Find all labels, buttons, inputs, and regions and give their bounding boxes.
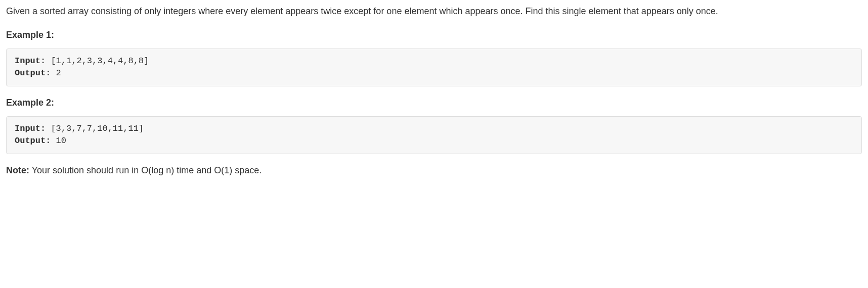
note-label: Note: <box>6 165 29 175</box>
example-1-code: Input: [1,1,2,3,3,4,4,8,8] Output: 2 <box>6 49 862 86</box>
note-text: Your solution should run in O(log n) tim… <box>29 165 262 175</box>
input-label: Input: <box>15 56 46 66</box>
input-value: [1,1,2,3,3,4,4,8,8] <box>46 56 149 66</box>
note-line: Note: Your solution should run in O(log … <box>6 163 862 178</box>
output-value: 2 <box>51 68 61 78</box>
example-2-code: Input: [3,3,7,7,10,11,11] Output: 10 <box>6 116 862 154</box>
output-value: 10 <box>51 136 66 146</box>
input-value: [3,3,7,7,10,11,11] <box>46 124 144 133</box>
problem-description: Given a sorted array consisting of only … <box>6 4 862 19</box>
output-label: Output: <box>15 68 51 78</box>
input-label: Input: <box>15 124 46 133</box>
example-1-heading: Example 1: <box>6 28 862 42</box>
example-2-heading: Example 2: <box>6 95 862 110</box>
output-label: Output: <box>15 136 51 146</box>
